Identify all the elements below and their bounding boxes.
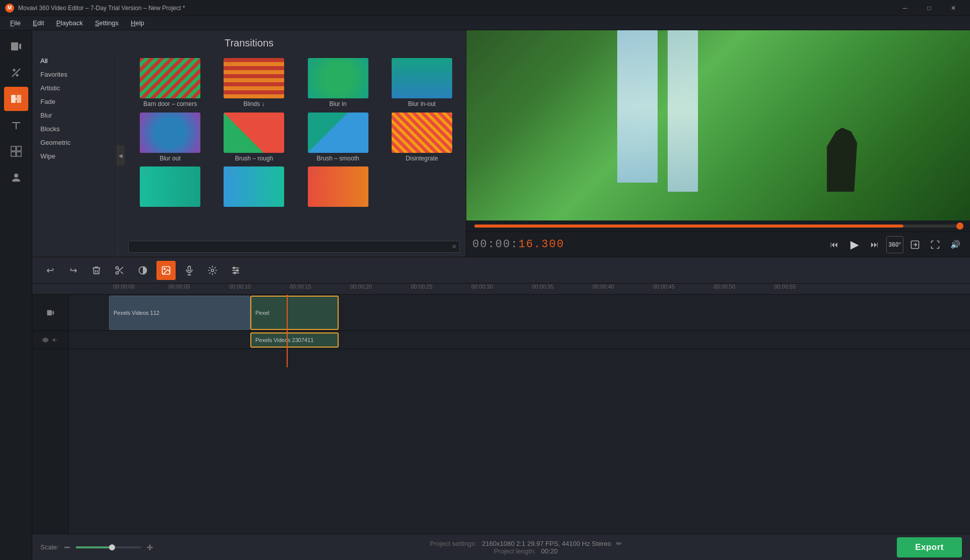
cut-button[interactable] xyxy=(110,261,129,280)
sidebar-btn-mosaic[interactable] xyxy=(4,139,28,163)
close-button[interactable]: ✕ xyxy=(942,0,965,16)
preview-video xyxy=(466,30,970,220)
svg-marker-34 xyxy=(52,311,54,315)
video-clip-2[interactable]: Pexel xyxy=(250,296,339,330)
sidebar-btn-video[interactable] xyxy=(4,34,28,59)
transition-blur-in-out[interactable]: ♡ Blur in-out xyxy=(382,58,462,108)
favorite-heart-barn-door[interactable]: ♡ xyxy=(143,61,149,69)
menu-edit[interactable]: Edit xyxy=(27,17,50,29)
svg-point-16 xyxy=(14,174,18,178)
progress-handle[interactable] xyxy=(956,222,963,230)
app-icon: M xyxy=(5,4,14,13)
video-clip-1[interactable]: Pexels Videos 112 xyxy=(109,296,250,330)
toolbar: ↩ ↪ xyxy=(32,257,970,284)
category-geometric[interactable]: Geometric xyxy=(32,136,118,149)
sidebar-btn-transitions[interactable] xyxy=(4,87,28,111)
search-clear-button[interactable]: ✕ xyxy=(452,243,457,250)
menu-file[interactable]: File xyxy=(4,17,27,29)
sidebar-btn-text[interactable] xyxy=(4,113,28,137)
timeline-ruler: 00:00:00 00:00:05 00:00:10 00:00:15 00:0… xyxy=(32,284,970,295)
tracks-content: Pexels Videos 112 Pexel Pexels Videos 23… xyxy=(69,295,970,534)
transition-brush-rough[interactable]: ♡ Brush – rough xyxy=(214,113,294,163)
favorite-heart-partial-1[interactable]: ♡ xyxy=(143,169,149,177)
scale-slider[interactable] xyxy=(76,546,141,548)
go-to-start-button[interactable]: ⏮ xyxy=(826,236,843,253)
menu-settings[interactable]: Settings xyxy=(89,17,125,29)
transitions-grid-wrap[interactable]: ♡ Barn door – corners ♡ Blinds ↓ xyxy=(122,54,466,237)
transition-brush-smooth[interactable]: ♡ Brush – smooth xyxy=(298,113,378,163)
transition-disintegrate[interactable]: ♡ Disintegrate xyxy=(382,113,462,163)
scale-handle[interactable] xyxy=(109,544,115,550)
color-button[interactable] xyxy=(133,261,152,280)
timeline-area: 00:00:00 00:00:05 00:00:10 00:00:15 00:0… xyxy=(32,284,970,534)
transition-blur-out[interactable]: ♡ Blur out xyxy=(130,113,210,163)
category-all[interactable]: All xyxy=(32,54,118,68)
undo-button[interactable]: ↩ xyxy=(40,261,60,280)
360-view-button[interactable]: 360° xyxy=(886,236,903,253)
favorite-heart-blur-out[interactable]: ♡ xyxy=(143,115,149,123)
project-length-label: Project length: xyxy=(494,547,535,555)
svg-marker-36 xyxy=(52,338,55,342)
audio-clip-1[interactable]: Pexels Videos 2307411 xyxy=(250,332,339,348)
settings-button[interactable] xyxy=(203,261,222,280)
svg-line-21 xyxy=(121,271,123,274)
sidebar-btn-magic[interactable] xyxy=(4,61,28,85)
collapse-panel-button[interactable]: ◀ xyxy=(117,145,125,165)
redo-button[interactable]: ↪ xyxy=(64,261,83,280)
preview-panel: 00:00:16.300 ⏮ ▶ ⏭ 360° 🔊 xyxy=(466,30,970,257)
favorite-heart-blur-in[interactable]: ♡ xyxy=(311,61,317,69)
maximize-button[interactable]: □ xyxy=(918,0,941,16)
sidebar-btn-avatar[interactable] xyxy=(4,165,28,190)
window-controls: ─ □ ✕ xyxy=(893,0,965,16)
fullscreen-button[interactable] xyxy=(927,236,944,253)
transition-partial-1[interactable]: ♡ xyxy=(130,166,210,209)
favorite-heart-partial-3[interactable]: ♡ xyxy=(311,169,317,177)
content-area: Transitions All Favorites Artistic Fade … xyxy=(32,30,970,560)
waterfall-scene xyxy=(466,30,970,220)
category-artistic[interactable]: Artistic xyxy=(32,81,118,95)
transition-barn-door[interactable]: ♡ Barn door – corners xyxy=(130,58,210,108)
category-wipe[interactable]: Wipe xyxy=(32,149,118,163)
volume-track-icon[interactable] xyxy=(52,337,59,344)
svg-point-30 xyxy=(233,267,235,268)
transition-partial-2[interactable]: ♡ xyxy=(214,166,294,209)
ruler-mark-35: 00:00:35 xyxy=(532,284,554,290)
category-blur[interactable]: Blur xyxy=(32,108,118,122)
transition-thumb-brush-smooth: ♡ xyxy=(308,113,368,153)
adjust-button[interactable] xyxy=(226,261,245,280)
favorite-heart-brush-rough[interactable]: ♡ xyxy=(227,115,233,123)
category-fade[interactable]: Fade xyxy=(32,95,118,108)
transition-thumb-disintegrate: ♡ xyxy=(392,113,452,153)
favorite-heart-brush-smooth[interactable]: ♡ xyxy=(311,115,317,123)
transition-blur-in[interactable]: ♡ Blur in xyxy=(298,58,378,108)
progress-bar[interactable] xyxy=(474,225,962,228)
favorite-heart-disintegrate[interactable]: ♡ xyxy=(395,115,401,123)
minimize-button[interactable]: ─ xyxy=(893,0,917,16)
transition-blinds[interactable]: ♡ Blinds ↓ xyxy=(214,58,294,108)
favorite-heart-blinds[interactable]: ♡ xyxy=(227,61,233,69)
project-settings-edit-icon[interactable]: ✏ xyxy=(616,540,622,547)
export-button[interactable]: Export xyxy=(897,537,962,557)
category-favorites[interactable]: Favorites xyxy=(32,68,118,81)
eye-icon[interactable] xyxy=(42,337,49,344)
transition-thumb-blur-in-out: ♡ xyxy=(392,58,452,98)
search-input-wrap: ✕ xyxy=(128,241,460,253)
search-input[interactable] xyxy=(128,241,460,253)
volume-button[interactable]: 🔊 xyxy=(947,236,964,253)
transition-thumb-partial-2: ♡ xyxy=(224,166,284,207)
mic-button[interactable] xyxy=(180,261,199,280)
ruler-mark-40: 00:00:40 xyxy=(592,284,614,290)
menu-help[interactable]: Help xyxy=(125,17,150,29)
export-frame-button[interactable] xyxy=(906,236,924,253)
go-to-end-button[interactable]: ⏭ xyxy=(866,236,883,253)
project-settings-label: Project settings: xyxy=(430,540,477,547)
image-overlay-button[interactable] xyxy=(156,261,176,280)
category-blocks[interactable]: Blocks xyxy=(32,122,118,136)
play-pause-button[interactable]: ▶ xyxy=(846,236,863,253)
menu-playback[interactable]: Playback xyxy=(50,17,89,29)
ruler-mark-15: 00:00:15 xyxy=(290,284,311,290)
favorite-heart-blur-in-out[interactable]: ♡ xyxy=(395,61,401,69)
transition-partial-3[interactable]: ♡ xyxy=(298,166,378,209)
favorite-heart-partial-2[interactable]: ♡ xyxy=(227,169,233,177)
delete-button[interactable] xyxy=(87,261,106,280)
